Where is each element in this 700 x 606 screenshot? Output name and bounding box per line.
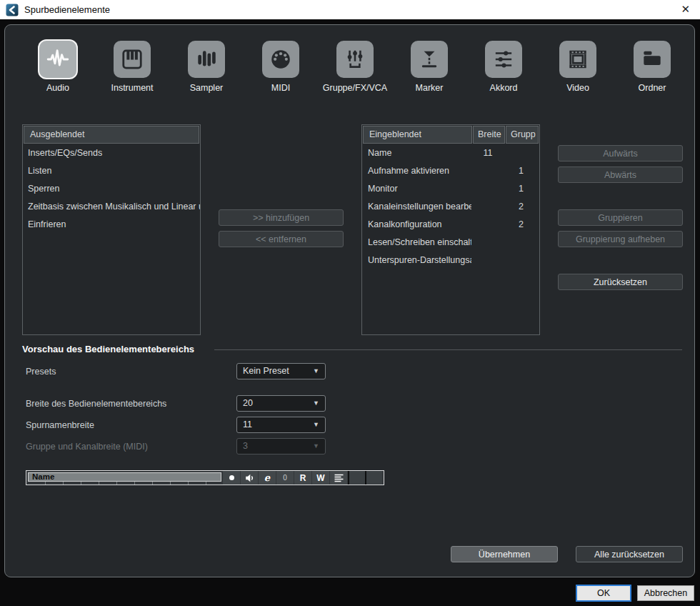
name-width-label: Spurnamenbreite	[26, 420, 94, 430]
window-title: Spurbedienelemente	[24, 4, 110, 15]
chevron-down-icon: ▼	[313, 396, 319, 411]
table-row[interactable]: Name 11	[362, 144, 539, 162]
apply-button[interactable]: Übernehmen	[451, 546, 558, 562]
track-type-label: Ordner	[639, 83, 666, 93]
reset-button[interactable]: Zurücksetzen	[558, 274, 683, 290]
record-enable-cell[interactable]	[223, 471, 240, 485]
presets-dropdown[interactable]: Kein Preset ▼	[236, 363, 326, 379]
add-button[interactable]: >> hinzufügen	[219, 209, 344, 226]
track-type-label: Video	[566, 83, 589, 93]
reset-all-button[interactable]: Alle zurücksetzen	[576, 546, 683, 562]
list-item[interactable]: Listen	[23, 162, 200, 180]
track-type-instrument[interactable]: Instrument	[95, 41, 169, 93]
midi-tile	[262, 41, 299, 78]
lane-display-cell[interactable]	[330, 471, 347, 485]
edit-channel-icon: e	[264, 473, 270, 482]
name-width-dropdown[interactable]: 11 ▼	[236, 417, 326, 433]
piano-icon	[120, 47, 144, 71]
group-tile	[336, 41, 374, 78]
track-type-group-fx-vca[interactable]: Gruppe/FX/VCA	[318, 41, 392, 93]
track-type-label: Instrument	[111, 83, 153, 93]
track-type-sampler[interactable]: Sampler	[169, 41, 244, 93]
write-automation-cell[interactable]: W	[312, 471, 329, 485]
section-title: Vorschau des Bedienelementebereichs	[22, 344, 194, 354]
filmstrip-icon	[566, 47, 590, 71]
track-type-label: Gruppe/FX/VCA	[323, 83, 387, 93]
column-header-width: Breite	[473, 126, 505, 144]
midi-din-icon	[269, 47, 293, 71]
app-icon	[6, 4, 19, 16]
table-row[interactable]: Monitor 1	[362, 180, 539, 198]
table-row[interactable]: Kanalkonfiguration 2	[362, 216, 539, 234]
marker-icon	[417, 47, 441, 71]
track-name-cell[interactable]: Name	[28, 472, 221, 482]
audio-tile	[39, 41, 76, 78]
channel-edit-cell[interactable]: e	[259, 471, 276, 485]
faders-icon	[343, 47, 367, 71]
track-type-chord[interactable]: Akkord	[466, 41, 541, 93]
list-item[interactable]: Inserts/EQs/Sends	[23, 144, 200, 162]
list-item[interactable]: Zeitbasis zwischen Musikalisch und Linea…	[23, 198, 200, 216]
chord-icon	[491, 47, 516, 71]
instrument-tile	[114, 41, 151, 78]
close-icon[interactable]: ✕	[681, 3, 690, 16]
video-tile	[559, 41, 596, 78]
track-type-label: Sampler	[190, 83, 224, 93]
hidden-controls-list: Ausgeblendet Inserts/EQs/Sends Listen Sp…	[22, 124, 201, 335]
move-down-button[interactable]: Abwärts	[558, 167, 683, 183]
table-row[interactable]: Kanaleinstellungen bearbeiten 2	[362, 198, 539, 216]
shown-list-header: Eingeblendet	[363, 126, 472, 144]
read-automation-cell[interactable]: R	[294, 471, 311, 485]
lanes-list-icon	[334, 474, 344, 482]
empty-cell	[365, 471, 382, 485]
list-item[interactable]: Einfrieren	[23, 216, 200, 234]
ungroup-button[interactable]: Gruppierung aufheben	[558, 231, 683, 247]
empty-cell	[348, 471, 365, 485]
ok-button[interactable]: OK	[576, 585, 631, 602]
area-width-dropdown[interactable]: 20 ▼	[236, 395, 326, 412]
width-ruler-ticks	[28, 482, 221, 485]
track-type-video[interactable]: Video	[541, 41, 615, 93]
table-row[interactable]: Unterspuren-Darstellungsart	[362, 252, 539, 269]
track-type-marker[interactable]: Marker	[392, 41, 466, 93]
move-up-button[interactable]: Aufwärts	[558, 145, 683, 162]
remove-button[interactable]: << entfernen	[219, 231, 344, 247]
chevron-down-icon: ▼	[313, 417, 319, 432]
section-divider	[214, 349, 682, 350]
track-type-label: MIDI	[271, 83, 290, 93]
chord-tile	[485, 41, 522, 78]
track-type-label: Audio	[46, 83, 69, 93]
midi-width-label: Gruppe und Kanalbreite (MIDI)	[26, 442, 148, 452]
column-header-group: Grupp	[506, 126, 539, 144]
track-type-folder[interactable]: Ordner	[615, 41, 689, 93]
shown-controls-list: Eingeblendet Breite Grupp Name 11 Aufnah…	[361, 124, 540, 335]
cancel-button[interactable]: Abbrechen	[637, 585, 694, 601]
waveform-icon	[46, 47, 70, 71]
chevron-down-icon: ▼	[313, 439, 319, 454]
track-type-audio[interactable]: Audio	[21, 41, 95, 93]
marker-tile	[411, 41, 448, 78]
speaker-icon	[244, 473, 254, 483]
track-controls-preview-strip[interactable]: Name e 0 R W	[26, 470, 384, 485]
track-type-midi[interactable]: MIDI	[244, 41, 318, 93]
table-row[interactable]: Aufnahme aktivieren 1	[362, 162, 539, 180]
shown-list-header-row: Eingeblendet Breite Grupp	[363, 126, 539, 144]
sampler-bars-icon	[194, 47, 219, 71]
table-row[interactable]: Lesen/Schreiben einschalten	[362, 234, 539, 252]
monitor-cell[interactable]	[241, 471, 258, 485]
presets-label: Presets	[26, 367, 56, 377]
dialog-panel: Audio Instrument	[4, 24, 695, 577]
list-item[interactable]: Sperren	[23, 180, 200, 198]
channel-config-cell[interactable]: 0	[276, 471, 294, 485]
hidden-list-header: Ausgeblendet	[24, 126, 199, 144]
folder-icon	[640, 47, 664, 71]
midi-width-dropdown: 3 ▼	[236, 438, 326, 454]
area-width-label: Breite des Bedienelementebereichs	[26, 399, 166, 409]
group-button[interactable]: Gruppieren	[558, 209, 683, 226]
record-icon	[229, 475, 234, 480]
strip-cells: e 0 R W	[223, 471, 382, 485]
sampler-tile	[188, 41, 225, 78]
folder-tile	[634, 41, 671, 78]
track-type-label: Marker	[416, 83, 444, 93]
chevron-down-icon: ▼	[313, 364, 319, 379]
